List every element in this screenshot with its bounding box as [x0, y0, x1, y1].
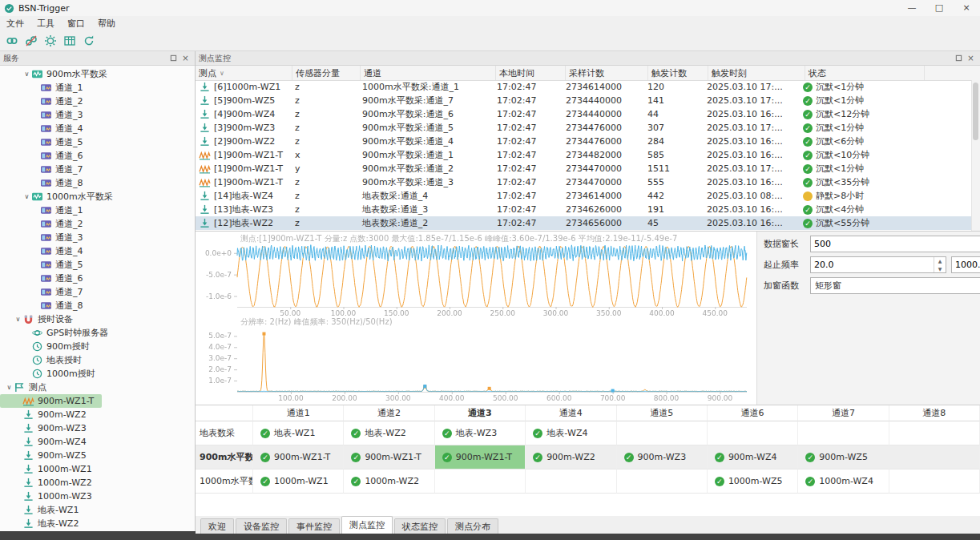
grid-cell[interactable]: ✓900m-WZ1-T	[253, 445, 344, 469]
column-header[interactable]: 状态	[805, 66, 925, 80]
table-row[interactable]: [5]900m-WZ5z900m水平数采:通道_717:02:472734440…	[196, 94, 972, 107]
tab-2[interactable]: 事件监控	[288, 518, 340, 534]
float-panel-icon[interactable]	[953, 53, 965, 63]
tab-4[interactable]: 状态监控	[394, 518, 446, 534]
menu-item-2[interactable]: 窗口	[61, 16, 91, 31]
maximize-button[interactable]: □	[926, 0, 953, 16]
column-header[interactable]: 触发时刻	[708, 66, 805, 80]
tree-item[interactable]: ∨900m水平数采	[0, 67, 115, 81]
tree-item[interactable]: 通道_7	[0, 285, 91, 299]
chevron-down-icon[interactable]: ∨	[5, 384, 14, 391]
table-row[interactable]: [1]900m-WZ1-Tx900m水平数采:通道_117:02:4727344…	[196, 148, 972, 162]
tree-item[interactable]: 900m授时	[0, 340, 98, 353]
tree-item[interactable]: 通道_1	[0, 81, 91, 95]
tree-item[interactable]: 通道_3	[0, 231, 91, 244]
grid-cell[interactable]	[798, 421, 889, 445]
grid-cell[interactable]: ✓900m-WZ3	[617, 445, 708, 469]
tree-item[interactable]: 900m-WZ4	[0, 435, 95, 449]
grid-cell[interactable]	[708, 421, 798, 445]
table-scrollbar-thumb[interactable]	[973, 83, 978, 140]
tree-item[interactable]: ∨测点	[0, 381, 54, 394]
grid-cell[interactable]: ✓900m-WZ4	[708, 445, 798, 469]
table-icon[interactable]	[61, 33, 78, 50]
chevron-down-icon[interactable]: ∨	[22, 193, 31, 200]
tree-item[interactable]: 通道_8	[0, 176, 91, 190]
tree-item[interactable]: GPS时钟服务器	[0, 326, 116, 340]
table-row[interactable]: [1]900m-WZ1-Ty900m水平数采:通道_217:02:4727344…	[196, 162, 972, 175]
grid-cell[interactable]: ✓地表-WZ3	[435, 421, 526, 445]
grid-cell[interactable]: ✓1000m-WZ1	[253, 469, 344, 494]
menu-item-3[interactable]: 帮助	[91, 16, 122, 31]
tree-item[interactable]: 通道_2	[0, 217, 91, 231]
tree-item[interactable]: 地表-WZ2	[0, 517, 87, 530]
freq-to-input[interactable]	[952, 257, 980, 272]
tree-item[interactable]: 通道_7	[0, 163, 91, 176]
menu-item-1[interactable]: 工具	[30, 16, 61, 31]
table-row[interactable]: [12]地表-WZ2z地表数采:通道_217:02:47273465600045…	[196, 216, 972, 230]
grid-cell[interactable]: ✓地表-WZ2	[344, 421, 434, 445]
window-length-input[interactable]	[811, 236, 980, 252]
spin-down-icon[interactable]: ▼	[934, 265, 946, 273]
table-row[interactable]: [6]1000m-WZ1z1000m水平数采:通道_117:02:4727346…	[196, 80, 972, 94]
tree-item[interactable]: 900m-WZ3	[0, 421, 95, 435]
chevron-down-icon[interactable]: ∨	[14, 316, 22, 323]
tree-item[interactable]: 1000m授时	[0, 367, 103, 381]
grid-cell[interactable]: ✓900m-WZ5	[798, 445, 889, 469]
tree-item[interactable]: 通道_1	[0, 204, 91, 217]
tree-item[interactable]: 1000m-WZ3	[0, 490, 100, 503]
tab-0[interactable]: 欢迎	[200, 518, 234, 534]
gear-icon[interactable]	[42, 33, 58, 50]
tree-item[interactable]: 通道_2	[0, 95, 91, 108]
grid-cell[interactable]	[617, 469, 708, 494]
close-button[interactable]: ×	[953, 0, 980, 16]
float-panel-icon[interactable]	[167, 53, 179, 63]
tree-item[interactable]: 通道_6	[0, 149, 91, 163]
tree-item[interactable]: 通道_4	[0, 244, 91, 258]
column-header[interactable]: 通道	[361, 66, 496, 80]
spin-up-icon[interactable]: ▲	[934, 257, 946, 265]
sort-indicator-icon[interactable]: ∨	[220, 70, 224, 77]
grid-cell[interactable]: ✓1000m-WZ4	[798, 469, 889, 494]
chevron-down-icon[interactable]: ∨	[22, 71, 31, 78]
column-header[interactable]: 采样计数	[566, 66, 648, 80]
tree-item[interactable]: 通道_8	[0, 299, 91, 312]
tree-item[interactable]: 1000m-WZ2	[0, 476, 100, 490]
grid-cell[interactable]	[435, 469, 526, 494]
grid-cell[interactable]: ✓地表-WZ4	[526, 421, 616, 445]
tree-item[interactable]: 地表-WZ1	[0, 503, 87, 517]
tree-item[interactable]: 900m-WZ5	[0, 449, 95, 462]
tab-1[interactable]: 设备监控	[236, 518, 287, 534]
grid-cell[interactable]	[889, 445, 980, 469]
column-header[interactable]: 本地时间	[496, 66, 566, 80]
column-header[interactable]: 触发计数	[648, 66, 708, 80]
refresh-icon[interactable]	[80, 33, 97, 50]
grid-cell[interactable]	[889, 421, 980, 445]
tree-item[interactable]: 通道_5	[0, 258, 91, 272]
table-row[interactable]: [3]900m-WZ3z900m水平数采:通道_517:02:472734476…	[196, 121, 972, 135]
disconnect-icon[interactable]	[22, 33, 39, 50]
column-header[interactable]: 测点∨	[196, 66, 292, 80]
tree-item[interactable]: 1000m-WZ1	[0, 462, 100, 476]
close-panel-icon[interactable]: ×	[965, 53, 977, 63]
grid-cell[interactable]	[889, 469, 980, 494]
table-row[interactable]: [1]900m-WZ1-Tz900m水平数采:通道_317:02:4727344…	[196, 175, 972, 189]
window-fn-select[interactable]: 矩形窗 ▼	[810, 277, 980, 294]
grid-cell[interactable]: ✓地表-WZ1	[253, 421, 344, 445]
grid-cell[interactable]	[617, 421, 708, 445]
tab-5[interactable]: 测点分布	[447, 518, 498, 534]
tree-item[interactable]: ∨1000m水平数采	[0, 190, 121, 204]
table-row[interactable]: [2]900m-WZ2z900m水平数采:通道_417:02:472734476…	[196, 135, 972, 148]
close-panel-icon[interactable]: ×	[179, 53, 192, 63]
grid-cell[interactable]: ✓900m-WZ1-T	[435, 445, 526, 469]
menu-item-0[interactable]: 文件	[0, 16, 30, 31]
grid-cell[interactable]: ✓1000m-WZ5	[708, 469, 798, 494]
table-scrollbar[interactable]	[971, 80, 980, 231]
tree-item[interactable]: 900m-WZ2	[0, 408, 95, 421]
grid-cell[interactable]: ✓1000m-WZ2	[344, 469, 434, 494]
table-row[interactable]: [4]900m-WZ4z900m水平数采:通道_617:02:472734440…	[196, 107, 972, 121]
grid-cell[interactable]	[526, 469, 616, 494]
tree-item[interactable]: 地表授时	[0, 353, 90, 367]
tree-item[interactable]: 900m-WZ1-T	[0, 394, 102, 408]
tree-item[interactable]: 通道_5	[0, 135, 91, 149]
tree-item[interactable]: 通道_6	[0, 272, 91, 285]
